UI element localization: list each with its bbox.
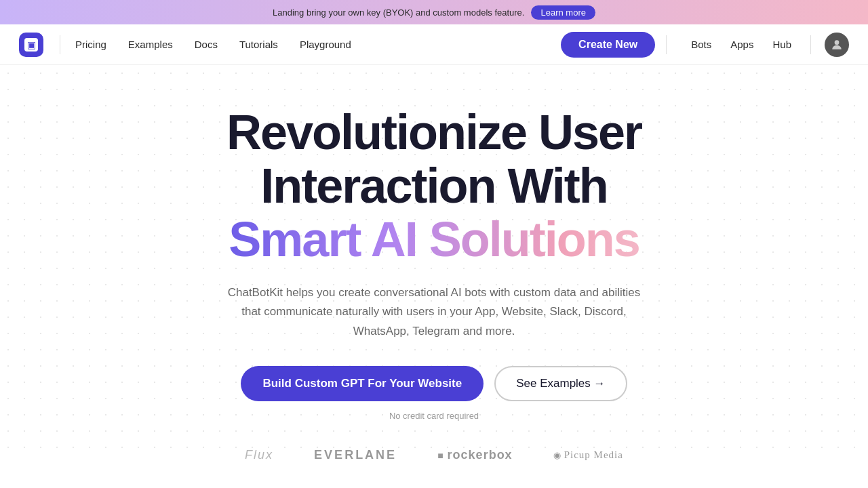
hero-title: Revolutionize User Interaction With Smar… [224, 106, 644, 267]
nav-examples[interactable]: Examples [119, 33, 182, 56]
nav-bots[interactable]: Bots [683, 33, 719, 56]
brand-logos-row: Flux EVERLANE rockerbox Picup Media [245, 448, 623, 462]
nav-playground[interactable]: Playground [290, 33, 361, 56]
nav-divider-left [60, 35, 60, 54]
nav-docs[interactable]: Docs [185, 33, 227, 56]
nav-tutorials[interactable]: Tutorials [230, 33, 288, 56]
top-banner: Landing bring your own key (BYOK) and cu… [0, 0, 868, 24]
hero-section: Revolutionize User Interaction With Smar… [0, 65, 868, 462]
banner-text: Landing bring your own key (BYOK) and cu… [273, 7, 524, 18]
logo-icon [24, 38, 38, 52]
cta-primary-button[interactable]: Build Custom GPT For Your Website [241, 366, 484, 401]
nav-right-links: Bots Apps Hub [683, 33, 800, 56]
nav-hub[interactable]: Hub [764, 33, 800, 56]
hero-buttons: Build Custom GPT For Your Website See Ex… [224, 366, 644, 401]
hero-title-line2: Interaction With [224, 159, 644, 213]
brand-logo-flux: Flux [245, 448, 273, 462]
no-credit-card-text: No credit card required [224, 411, 644, 421]
cta-secondary-button[interactable]: See Examples → [494, 366, 627, 401]
nav-right: Create New Bots Apps Hub [561, 32, 849, 58]
nav-links: Pricing Examples Docs Tutorials Playgrou… [66, 33, 561, 56]
nav-divider-right [666, 35, 667, 54]
hero-subtitle: ChatBotKit helps you create conversation… [224, 283, 644, 342]
logo[interactable] [19, 33, 43, 57]
user-avatar[interactable] [825, 33, 849, 57]
nav-apps[interactable]: Apps [722, 33, 762, 56]
create-new-button[interactable]: Create New [561, 32, 655, 58]
hero-title-gradient: Smart AI Solutions [224, 213, 644, 266]
learn-more-link[interactable]: Learn more [531, 5, 595, 20]
brand-logo-rockerbox: rockerbox [437, 448, 513, 462]
hero-content: Revolutionize User Interaction With Smar… [224, 106, 644, 421]
nav-divider-avatar [810, 35, 811, 54]
navbar: Pricing Examples Docs Tutorials Playgrou… [0, 24, 868, 65]
brand-logo-picup: Picup Media [553, 449, 623, 461]
brand-logo-everlane: EVERLANE [314, 448, 397, 462]
hero-title-line1: Revolutionize User [224, 106, 644, 159]
nav-pricing[interactable]: Pricing [66, 33, 116, 56]
svg-point-0 [835, 40, 840, 45]
